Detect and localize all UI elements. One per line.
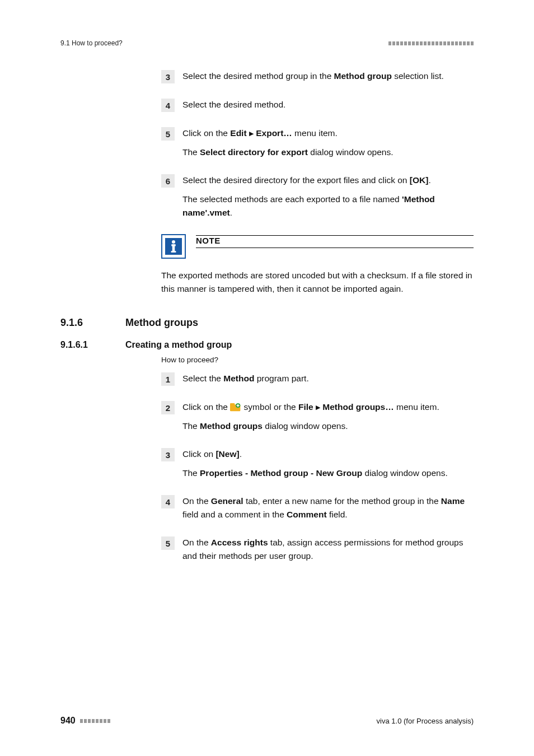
heading-2: 9.1.6 Method groups — [60, 317, 474, 329]
step-body: Select the Method program part. — [182, 372, 474, 386]
svg-rect-6 — [230, 403, 235, 406]
footer-doc-title: viva 1.0 (for Process analysis) — [377, 717, 474, 725]
menu-separator-icon: ▶ — [316, 404, 320, 410]
step-body: Select the desired method group in the M… — [182, 69, 474, 83]
step-number: 4 — [161, 99, 175, 112]
step-item: 3Click on [New].The Properties - Method … — [161, 447, 474, 480]
step-body: Select the desired directory for the exp… — [182, 174, 474, 220]
step-body: On the General tab, enter a new name for… — [182, 494, 474, 521]
bold-text: Select directory for export — [200, 147, 308, 157]
step-paragraph: On the General tab, enter a new name for… — [182, 494, 474, 521]
menu-separator-icon: ▶ — [249, 130, 254, 137]
bold-text: Access rights — [211, 538, 268, 547]
step-paragraph: Click on [New]. — [182, 447, 474, 461]
heading-3: 9.1.6.1 Creating a method group — [60, 340, 474, 350]
step-item: 4Select the desired method. — [161, 98, 474, 112]
step-item: 3Select the desired method group in the … — [161, 69, 474, 83]
step-item: 4On the General tab, enter a new name fo… — [161, 494, 474, 521]
step-list-a: 3Select the desired method group in the … — [161, 69, 474, 220]
step-paragraph: Select the Method program part. — [182, 372, 474, 385]
step-paragraph: The Method groups dialog window opens. — [182, 419, 474, 433]
page-number: 940 — [60, 716, 76, 726]
bold-text: File — [298, 402, 313, 412]
bold-text: Method groups… — [322, 402, 394, 412]
running-header: 9.1 How to proceed? — [60, 39, 474, 47]
step-number: 3 — [161, 448, 175, 461]
step-paragraph: The selected methods are each exported t… — [182, 193, 474, 220]
bold-text: Method — [223, 374, 254, 383]
folder-icon — [230, 402, 241, 411]
step-item: 6Select the desired directory for the ex… — [161, 174, 474, 220]
heading-2-title: Method groups — [125, 317, 198, 329]
footer-decoration — [80, 719, 110, 723]
step-number: 5 — [161, 127, 175, 141]
step-item: 2Click on the symbol or the File ▶ Metho… — [161, 400, 474, 433]
svg-rect-4 — [171, 251, 176, 253]
step-body: Click on the Edit ▶ Export… menu item.Th… — [182, 127, 474, 159]
step-number: 5 — [161, 536, 175, 550]
step-paragraph: Click on the Edit ▶ Export… menu item. — [182, 127, 474, 140]
bold-text: Properties - Method group - New Group — [200, 468, 362, 478]
step-item: 5Click on the Edit ▶ Export… menu item.T… — [161, 127, 474, 159]
step-paragraph: Select the desired method group in the M… — [182, 69, 474, 83]
step-item: 1Select the Method program part. — [161, 372, 474, 386]
heading-2-number: 9.1.6 — [60, 317, 111, 329]
note-block: NOTE The exported methods are stored unc… — [161, 234, 474, 296]
step-paragraph: The Select directory for export dialog w… — [182, 146, 474, 159]
step-item: 5On the Access rights tab, assign access… — [161, 536, 474, 563]
page-footer: 940 viva 1.0 (for Process analysis) — [60, 716, 474, 726]
step-number: 2 — [161, 401, 175, 414]
section-label: 9.1 How to proceed? — [60, 39, 123, 47]
step-number: 4 — [161, 495, 175, 508]
bold-text: Method group — [334, 71, 392, 81]
step-body: On the Access rights tab, assign access … — [182, 536, 474, 563]
bold-text: 'Method name'.vmet — [182, 194, 435, 217]
note-title: NOTE — [196, 236, 474, 245]
step-paragraph: Select the desired directory for the exp… — [182, 174, 474, 187]
step-number: 6 — [161, 174, 175, 188]
bold-text: General — [211, 496, 243, 506]
step-number: 3 — [161, 70, 175, 83]
bold-text: [OK] — [410, 175, 429, 185]
step-body: Select the desired method. — [182, 98, 474, 112]
note-text: The exported methods are stored uncoded … — [161, 269, 474, 296]
step-paragraph: Select the desired method. — [182, 98, 474, 111]
step-body: Click on the symbol or the File ▶ Method… — [182, 400, 474, 433]
info-icon — [161, 234, 186, 259]
step-list-b: 1Select the Method program part.2Click o… — [161, 372, 474, 563]
bold-text: Name — [441, 496, 465, 506]
heading-3-title: Creating a method group — [125, 340, 232, 350]
header-decoration — [388, 41, 474, 45]
bold-text: Export… — [256, 128, 292, 138]
bold-text: [New] — [216, 449, 239, 459]
step-paragraph: On the Access rights tab, assign access … — [182, 536, 474, 563]
step-number: 1 — [161, 372, 175, 386]
heading-3-number: 9.1.6.1 — [60, 340, 111, 350]
bold-text: Comment — [287, 510, 326, 519]
svg-rect-3 — [172, 244, 175, 252]
svg-rect-9 — [237, 405, 240, 406]
step-paragraph: Click on the symbol or the File ▶ Method… — [182, 400, 474, 414]
bold-text: Method groups — [200, 421, 263, 431]
svg-point-1 — [172, 240, 175, 244]
step-paragraph: The Properties - Method group - New Grou… — [182, 466, 474, 480]
bold-text: Edit — [230, 128, 246, 138]
procedure-label: How to proceed? — [161, 356, 474, 364]
step-body: Click on [New].The Properties - Method g… — [182, 447, 474, 480]
